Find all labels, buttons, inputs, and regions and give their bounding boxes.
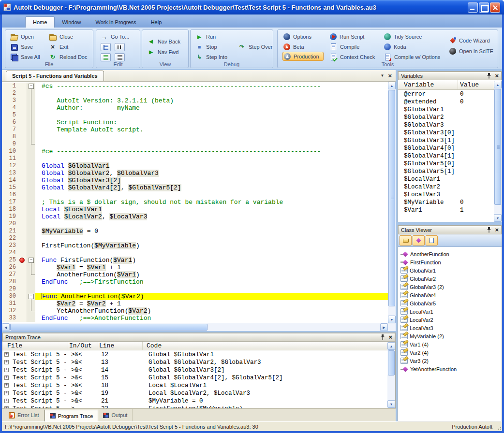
editor-vertical-scrollbar[interactable]: ▲ ▼ [388, 82, 396, 323]
breakpoint-margin[interactable] [18, 112, 27, 119]
fold-margin[interactable] [27, 177, 35, 184]
code-line[interactable]: 2 [2, 90, 388, 97]
breakpoint-margin[interactable] [18, 300, 27, 307]
code-line[interactable]: 18Local $LocalVar1 [2, 206, 388, 213]
variable-row[interactable]: $MyVariable0 [398, 199, 494, 206]
nav-fwd-button[interactable]: ▶ Nav Fwd [147, 47, 178, 57]
fold-collapse-icon[interactable]: − [29, 294, 34, 299]
fold-collapse-icon[interactable]: − [29, 258, 34, 263]
scrollbar-thumb[interactable] [494, 89, 501, 205]
breakpoint-margin[interactable] [18, 83, 27, 90]
replace-button[interactable] [115, 43, 125, 51]
panel-close-icon[interactable]: × [495, 73, 499, 79]
fold-margin[interactable] [27, 307, 35, 315]
scroll-left-icon[interactable]: ◀ [2, 323, 10, 331]
code-line[interactable]: 26 $Var1 = $Var1 + 1 [2, 264, 388, 271]
fold-margin[interactable] [27, 213, 35, 220]
code-text[interactable]: Func AnotherFunction($Var2) [35, 293, 388, 300]
breakpoint-margin[interactable] [18, 97, 27, 104]
breakpoint-margin[interactable] [18, 133, 27, 141]
breakpoint-margin[interactable] [18, 315, 27, 322]
code-text[interactable]: Global $GlobalVar2, $GlobalVar3 [35, 170, 388, 177]
class-viewer-item[interactable]: GlobalVar4 [398, 291, 502, 299]
class-viewer-header[interactable]: Class Viewer × [398, 226, 502, 234]
code-text[interactable]: AutoIt Version: 3.2.1.11 (beta) [35, 97, 388, 104]
fold-margin[interactable] [27, 206, 35, 213]
code-text[interactable] [35, 133, 388, 141]
fold-margin[interactable] [27, 162, 35, 170]
scrollbar-thumb[interactable] [10, 324, 208, 331]
indent-button[interactable] [101, 53, 111, 61]
tab-home[interactable]: Home [25, 16, 55, 28]
breakpoint-margin[interactable] [18, 170, 27, 177]
panel-close-icon[interactable]: × [388, 334, 392, 340]
show-functions-button[interactable] [413, 235, 425, 245]
fold-collapse-icon[interactable]: − [29, 84, 34, 89]
code-text[interactable] [35, 112, 388, 119]
code-line[interactable]: 15Global $GlobalVar4[2], $GlobalVar5[2] [2, 184, 388, 191]
variable-row[interactable]: @extended0 [398, 98, 494, 106]
goto-button[interactable]: → Go To... [100, 32, 129, 41]
breakpoint-margin[interactable] [18, 126, 27, 133]
tab-output[interactable]: Output [98, 409, 133, 421]
breakpoint-margin[interactable] [18, 257, 27, 264]
fold-margin[interactable] [27, 148, 35, 155]
expand-icon[interactable]: + [4, 391, 9, 395]
expand-icon[interactable]: + [4, 399, 9, 403]
variables-header[interactable]: Variables × [398, 72, 502, 80]
column-header-line[interactable]: Line [98, 342, 143, 350]
breakpoint-margin[interactable] [18, 155, 27, 162]
variable-row[interactable]: @error0 [398, 90, 494, 98]
code-line[interactable]: 5 [2, 112, 388, 119]
class-viewer-item[interactable]: GlobalVar5 [398, 299, 502, 307]
compile-w-options-button[interactable]: Compile w/ Options [384, 52, 440, 61]
code-text[interactable] [35, 155, 388, 162]
variable-row[interactable]: $GlobalVar3 [398, 121, 494, 129]
tidy-source-button[interactable]: Tidy Source [384, 32, 422, 41]
fold-margin[interactable] [27, 104, 35, 112]
fold-margin[interactable] [27, 191, 35, 199]
breakpoint-margin[interactable] [18, 242, 27, 249]
step-into-button[interactable]: ↳ Step Into [195, 52, 227, 61]
code-text[interactable]: #cs ------------------------------------… [35, 83, 388, 90]
tab-window[interactable]: Window [55, 17, 88, 28]
close-doc-button[interactable]: Close [49, 32, 73, 41]
code-text[interactable]: Global $GlobalVar3[2] [35, 177, 388, 184]
fold-margin[interactable] [27, 228, 35, 235]
variable-row[interactable]: $GlobalVar4[0] [398, 144, 494, 152]
breakpoint-margin[interactable] [18, 307, 27, 315]
code-text[interactable] [35, 286, 388, 293]
code-line[interactable]: 13Global $GlobalVar2, $GlobalVar3 [2, 170, 388, 177]
fold-margin[interactable] [27, 315, 35, 322]
save-all-button[interactable]: Save All [10, 52, 40, 61]
tab-help[interactable]: Help [144, 17, 169, 28]
run-button[interactable]: ▶ Run [195, 32, 216, 41]
code-text[interactable] [35, 249, 388, 257]
scroll-up-icon[interactable]: ▲ [387, 342, 395, 350]
variable-row[interactable]: $LocalVar2 [398, 183, 494, 191]
code-line[interactable]: 24 [2, 249, 388, 257]
panel-close-icon[interactable]: × [495, 227, 499, 233]
step-over-button[interactable]: ↷ Step Over [238, 42, 273, 51]
class-viewer-item[interactable]: GlobalVar3 (2) [398, 283, 502, 291]
code-line[interactable]: 8 [2, 133, 388, 141]
breakpoint-margin[interactable] [18, 119, 27, 126]
close-button[interactable] [490, 2, 500, 13]
code-line[interactable]: 25−Func FirstFunction($Var1) [2, 257, 388, 264]
fold-margin[interactable] [27, 126, 35, 133]
code-text[interactable]: Script Function: [35, 119, 388, 126]
code-line[interactable]: 23FirstFunction($MyVariable) [2, 242, 388, 249]
breakpoint-margin[interactable] [18, 184, 27, 191]
variable-row[interactable]: $GlobalVar5[0] [398, 160, 494, 168]
pin-icon[interactable] [380, 334, 385, 340]
code-line[interactable]: 22 [2, 235, 388, 242]
scroll-down-icon[interactable]: ▼ [494, 214, 502, 222]
fold-margin[interactable] [27, 170, 35, 177]
variable-row[interactable]: $LocalVar1 [398, 175, 494, 183]
outdent-button[interactable] [115, 53, 125, 61]
code-line[interactable]: 28EndFunc ;==>FirstFunction [2, 278, 388, 286]
production-button[interactable]: Production [282, 52, 324, 61]
breakpoint-margin[interactable] [18, 191, 27, 199]
class-viewer-item[interactable]: MyVariable (2) [398, 332, 502, 340]
column-header-inout[interactable]: In/Out [68, 342, 98, 350]
